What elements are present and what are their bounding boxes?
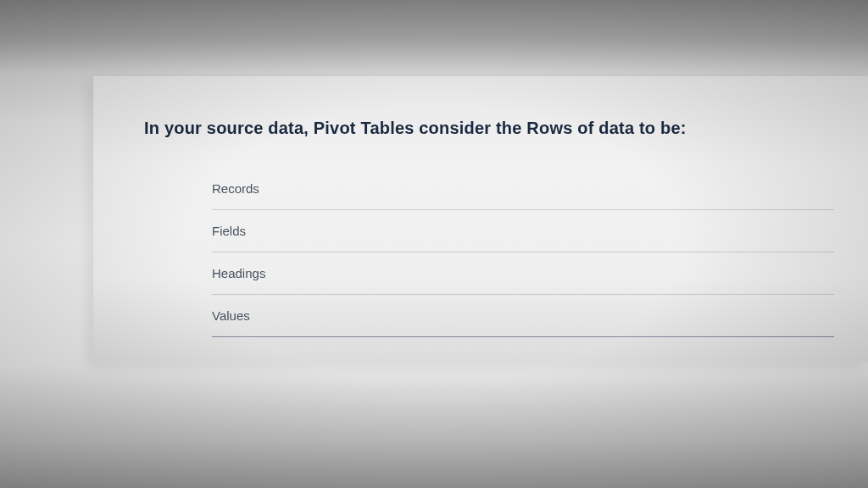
- option-headings[interactable]: Headings: [212, 252, 834, 295]
- question-text: In your source data, Pivot Tables consid…: [144, 119, 834, 138]
- answer-options: Records Fields Headings Values: [212, 168, 834, 337]
- option-records[interactable]: Records: [212, 168, 834, 210]
- option-fields[interactable]: Fields: [212, 210, 834, 252]
- question-paper: In your source data, Pivot Tables consid…: [93, 76, 868, 363]
- option-values[interactable]: Values: [212, 295, 834, 337]
